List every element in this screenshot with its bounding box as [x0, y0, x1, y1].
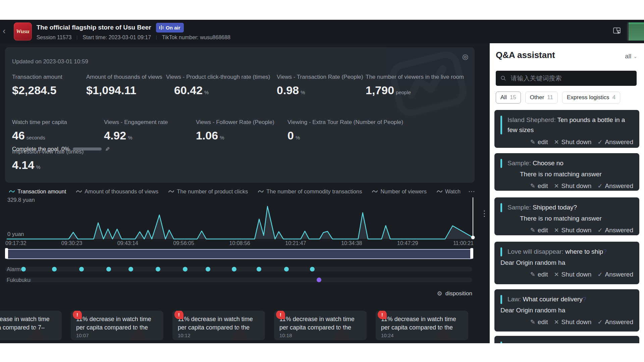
chip-all[interactable]: All15 [496, 92, 521, 104]
alarm-dot[interactable] [21, 267, 26, 272]
goal-edit-icon[interactable]: ✎ [103, 146, 110, 151]
answered-button[interactable]: ✓Answered [597, 227, 633, 234]
qa-search-box [496, 71, 637, 86]
warning-watermark [432, 325, 455, 340]
alarm-dot[interactable] [183, 267, 187, 272]
tab-commodity-transactions[interactable]: The number of commodity transactions [258, 188, 362, 195]
edit-icon: ✎ [530, 138, 535, 146]
alarm-dot[interactable] [257, 267, 261, 272]
qa-answer: There is no matching answer [520, 170, 633, 179]
alert-icon: ! [378, 311, 387, 319]
live-video-thumbnail[interactable] [627, 22, 644, 41]
qa-card: Sample: Shipped today? There is no match… [494, 197, 639, 235]
qa-card: Sample: Choose no There is no matching a… [494, 153, 639, 191]
qa-assistant-panel: Q&A assistant all ⌄ All15 Other11 Expres… [490, 43, 644, 343]
chart-current-point [471, 236, 475, 239]
alarm-dot[interactable] [52, 267, 57, 272]
x-tick-label: 09:56:05 [173, 240, 194, 246]
timeline-scrubber[interactable] [5, 249, 473, 259]
chip-other[interactable]: Other11 [525, 92, 558, 104]
edit-button[interactable]: ✎edit [530, 138, 548, 146]
alarm-marker-row: Alarm [5, 266, 472, 272]
close-icon: ✕ [554, 227, 559, 234]
shut-down-button[interactable]: ✕Shut down [554, 138, 592, 146]
scrubber-handle-left[interactable] [5, 248, 8, 259]
shut-down-button[interactable]: ✕Shut down [554, 271, 592, 278]
alarm-dot[interactable] [310, 267, 315, 272]
metric-viewers: The number of viewers in the live room 1… [366, 74, 464, 97]
alarm-dot[interactable] [284, 267, 289, 272]
shut-down-button[interactable]: ✕Shut down [554, 318, 592, 326]
chart-tabs: Transaction amount Amount of thousands o… [9, 187, 480, 195]
question-accent-bar [500, 203, 502, 212]
qa-answer: Dear Origin random ha [500, 306, 633, 315]
dashboard: Updated on 2023-03-01 10:59 ◎ Transactio… [0, 43, 490, 343]
alarm-dot[interactable] [232, 267, 236, 272]
tab-thousand-views[interactable]: Amount of thousands of views [76, 188, 158, 195]
tab-product-clicks[interactable]: The number of product clicks [168, 188, 248, 195]
alert-card[interactable]: ! 11% decrease in watch time per capita … [71, 311, 163, 340]
close-icon: ✕ [554, 271, 559, 278]
tab-number-of-viewers[interactable]: Number of viewers [372, 188, 427, 195]
answered-button[interactable]: ✓Answered [597, 318, 633, 326]
x-tick-label: 11:00:21 [453, 240, 474, 246]
edit-button[interactable]: ✎edit [530, 227, 548, 234]
overview-panel: Updated on 2023-03-01 10:59 ◎ Transactio… [5, 47, 475, 183]
tab-watch-truncated[interactable]: Watch [437, 188, 460, 195]
answered-button[interactable]: ✓Answered [597, 138, 633, 146]
question-accent-bar [500, 342, 502, 343]
edit-button[interactable]: ✎edit [530, 318, 548, 326]
metric-engagement-rate: Views - Engagement rate 4.92% [104, 119, 168, 142]
fukubukuro-dot[interactable] [317, 278, 321, 282]
tab-transaction-amount[interactable]: Transaction amount [9, 188, 66, 195]
shut-down-button[interactable]: ✕Shut down [554, 227, 592, 234]
disposition-button[interactable]: ⚙ disposition [437, 290, 472, 297]
tabs-more-icon[interactable]: ⋯ [468, 187, 475, 195]
close-icon: ✕ [554, 318, 559, 326]
edit-icon: ✎ [530, 182, 535, 190]
answered-button[interactable]: ✓Answered [597, 182, 633, 190]
alarm-dot[interactable] [206, 267, 210, 272]
search-icon [500, 75, 506, 81]
metric-click-through-rate: Views - Product click-through rate (time… [166, 74, 270, 97]
close-icon: ✕ [554, 138, 559, 146]
alarm-dot[interactable] [156, 267, 160, 272]
edit-icon: ✎ [530, 227, 535, 234]
alarm-dot[interactable] [128, 267, 133, 272]
alert-card[interactable]: 11% decrease in watch time per capita co… [0, 311, 62, 340]
onair-badge[interactable]: On air [156, 23, 184, 33]
x-tick-label: 10:34:38 [341, 240, 362, 246]
start-time: Start time: 2023-03-01 09:17 [83, 35, 151, 41]
edit-button[interactable]: ✎edit [530, 182, 548, 190]
metric-thousand-views: Amount of thousands of views $1,094.11 [86, 74, 162, 97]
chip-express-logistics[interactable]: Express logistics4 [562, 92, 620, 104]
shut-down-button[interactable]: ✕Shut down [554, 182, 592, 190]
warning-watermark [229, 325, 252, 340]
edit-button[interactable]: ✎edit [530, 271, 548, 278]
x-tick-label: 10:21:47 [285, 240, 306, 246]
scrubber-handle-right[interactable] [470, 248, 473, 259]
alert-card[interactable]: ! 11% decrease in watch time per capita … [376, 311, 468, 340]
alert-icon: ! [73, 311, 82, 319]
tiktok-number: TikTok number: wusu868688 [162, 35, 230, 41]
search-input[interactable] [510, 74, 632, 82]
qa-filter-dropdown[interactable]: all ⌄ [625, 53, 637, 60]
metric-follower-rate: Views - Follower Rate (People) 1.06% [196, 119, 274, 142]
target-icon[interactable]: ◎ [462, 53, 468, 61]
x-tick-label: 10:47:29 [397, 240, 418, 246]
onair-label: On air [166, 25, 180, 31]
live-signal-icon [159, 25, 164, 30]
alarm-dot[interactable] [79, 267, 84, 272]
alert-card[interactable]: ! 11% decrease in watch time per capita … [172, 311, 265, 340]
alert-card[interactable]: ! 11% decrease in watch time per capita … [274, 311, 367, 340]
back-icon[interactable]: ‹ [3, 26, 6, 35]
chart-more-icon[interactable]: ⋮ [480, 209, 488, 218]
divider [156, 35, 157, 40]
answered-button[interactable]: ✓Answered [597, 271, 633, 278]
screen-share-icon[interactable] [612, 26, 622, 37]
alarm-dot[interactable] [106, 267, 111, 272]
check-icon: ✓ [597, 138, 602, 146]
fukubukuro-marker-row: Fukubukuro [5, 277, 472, 283]
qa-card: Law: When will the…the products be? [494, 336, 639, 343]
qa-answer: There is no matching answer [520, 214, 633, 223]
